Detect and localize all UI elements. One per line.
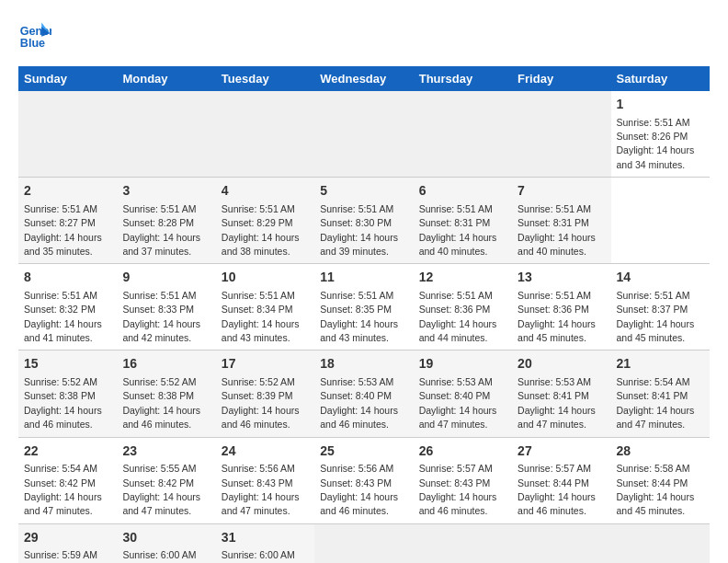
day-info: Sunrise: 5:56 AMSunset: 8:43 PMDaylight:… — [222, 463, 300, 516]
header-row: SundayMondayTuesdayWednesdayThursdayFrid… — [18, 66, 710, 91]
day-cell: 11 Sunrise: 5:51 AMSunset: 8:35 PMDaylig… — [314, 264, 413, 350]
day-info: Sunrise: 5:57 AMSunset: 8:43 PMDaylight:… — [419, 463, 497, 516]
day-cell — [414, 523, 512, 563]
day-number: 2 — [24, 182, 111, 201]
day-info: Sunrise: 5:51 AMSunset: 8:32 PMDaylight:… — [24, 290, 102, 343]
day-number: 13 — [518, 269, 605, 287]
day-cell: 25 Sunrise: 5:56 AMSunset: 8:43 PMDaylig… — [314, 437, 413, 523]
day-cell: 13 Sunrise: 5:51 AMSunset: 8:36 PMDaylig… — [512, 264, 610, 350]
day-number: 14 — [617, 269, 704, 287]
day-info: Sunrise: 5:53 AMSunset: 8:40 PMDaylight:… — [320, 376, 398, 430]
logo: General Blue — [18, 18, 51, 52]
day-number: 18 — [320, 355, 407, 373]
day-info: Sunrise: 5:53 AMSunset: 8:41 PMDaylight:… — [518, 376, 596, 430]
day-cell: 17 Sunrise: 5:52 AMSunset: 8:39 PMDaylig… — [216, 350, 314, 437]
day-cell: 15 Sunrise: 5:52 AMSunset: 8:38 PMDaylig… — [18, 350, 117, 437]
day-number: 20 — [518, 355, 605, 373]
day-number: 17 — [222, 355, 309, 373]
day-number: 16 — [122, 355, 210, 373]
day-number: 4 — [222, 182, 309, 201]
day-cell — [216, 91, 314, 178]
day-info: Sunrise: 5:51 AMSunset: 8:30 PMDaylight:… — [320, 203, 398, 257]
day-info: Sunrise: 5:59 AMSunset: 8:44 PMDaylight:… — [24, 549, 102, 563]
day-cell — [117, 91, 215, 178]
col-monday: Monday — [117, 66, 215, 91]
day-info: Sunrise: 5:54 AMSunset: 8:42 PMDaylight:… — [24, 463, 102, 516]
day-info: Sunrise: 5:51 AMSunset: 8:26 PMDaylight:… — [617, 117, 695, 170]
day-cell: 7 Sunrise: 5:51 AMSunset: 8:31 PMDayligh… — [512, 178, 610, 264]
day-info: Sunrise: 5:55 AMSunset: 8:42 PMDaylight:… — [122, 463, 200, 516]
day-number: 12 — [419, 269, 506, 287]
week-row-1: 1 Sunrise: 5:51 AMSunset: 8:26 PMDayligh… — [18, 91, 710, 178]
day-number: 7 — [518, 182, 605, 201]
page-header: General Blue — [18, 18, 710, 52]
day-cell — [314, 523, 413, 563]
day-cell: 16 Sunrise: 5:52 AMSunset: 8:38 PMDaylig… — [117, 350, 215, 437]
day-info: Sunrise: 6:00 AMSunset: 8:45 PMDaylight:… — [222, 549, 300, 563]
day-info: Sunrise: 5:51 AMSunset: 8:35 PMDaylight:… — [320, 290, 398, 343]
day-cell: 20 Sunrise: 5:53 AMSunset: 8:41 PMDaylig… — [512, 350, 610, 437]
day-info: Sunrise: 5:51 AMSunset: 8:31 PMDaylight:… — [518, 203, 596, 257]
col-saturday: Saturday — [611, 66, 710, 91]
day-number: 8 — [24, 269, 111, 287]
week-row-2: 2 Sunrise: 5:51 AMSunset: 8:27 PMDayligh… — [18, 178, 710, 264]
day-number: 6 — [419, 182, 506, 201]
day-cell: 6 Sunrise: 5:51 AMSunset: 8:31 PMDayligh… — [414, 178, 512, 264]
day-cell: 2 Sunrise: 5:51 AMSunset: 8:27 PMDayligh… — [18, 178, 117, 264]
day-info: Sunrise: 5:51 AMSunset: 8:29 PMDaylight:… — [222, 203, 300, 257]
day-cell: 23 Sunrise: 5:55 AMSunset: 8:42 PMDaylig… — [117, 437, 215, 523]
day-cell — [512, 523, 610, 563]
day-info: Sunrise: 5:53 AMSunset: 8:40 PMDaylight:… — [419, 376, 497, 430]
day-cell: 12 Sunrise: 5:51 AMSunset: 8:36 PMDaylig… — [414, 264, 512, 350]
day-number: 22 — [24, 442, 111, 461]
svg-text:Blue: Blue — [20, 37, 45, 50]
day-info: Sunrise: 5:51 AMSunset: 8:31 PMDaylight:… — [419, 203, 497, 257]
week-row-4: 15 Sunrise: 5:52 AMSunset: 8:38 PMDaylig… — [18, 350, 710, 437]
day-cell: 9 Sunrise: 5:51 AMSunset: 8:33 PMDayligh… — [117, 264, 215, 350]
day-info: Sunrise: 5:51 AMSunset: 8:34 PMDaylight:… — [222, 290, 300, 343]
day-cell — [18, 91, 117, 178]
day-cell: 8 Sunrise: 5:51 AMSunset: 8:32 PMDayligh… — [18, 264, 117, 350]
day-number: 24 — [222, 442, 309, 461]
day-cell: 22 Sunrise: 5:54 AMSunset: 8:42 PMDaylig… — [18, 437, 117, 523]
day-number: 28 — [617, 442, 704, 461]
day-cell: 1 Sunrise: 5:51 AMSunset: 8:26 PMDayligh… — [611, 91, 710, 178]
day-cell — [414, 91, 512, 178]
day-number: 27 — [518, 442, 605, 461]
day-info: Sunrise: 5:52 AMSunset: 8:38 PMDaylight:… — [24, 376, 102, 430]
day-number: 26 — [419, 442, 506, 461]
day-info: Sunrise: 5:51 AMSunset: 8:27 PMDaylight:… — [24, 203, 102, 257]
day-number: 10 — [222, 269, 309, 287]
week-row-5: 22 Sunrise: 5:54 AMSunset: 8:42 PMDaylig… — [18, 437, 710, 523]
day-info: Sunrise: 5:56 AMSunset: 8:43 PMDaylight:… — [320, 463, 398, 516]
day-number: 25 — [320, 442, 407, 461]
day-cell: 5 Sunrise: 5:51 AMSunset: 8:30 PMDayligh… — [314, 178, 413, 264]
col-sunday: Sunday — [18, 66, 117, 91]
day-number: 21 — [617, 355, 704, 373]
day-cell: 29 Sunrise: 5:59 AMSunset: 8:44 PMDaylig… — [18, 523, 117, 563]
day-number: 1 — [617, 96, 704, 114]
day-cell — [611, 523, 710, 563]
day-cell — [512, 91, 610, 178]
day-cell: 4 Sunrise: 5:51 AMSunset: 8:29 PMDayligh… — [216, 178, 314, 264]
day-cell: 30 Sunrise: 6:00 AMSunset: 8:45 PMDaylig… — [117, 523, 215, 563]
day-cell: 19 Sunrise: 5:53 AMSunset: 8:40 PMDaylig… — [414, 350, 512, 437]
day-number: 9 — [122, 269, 210, 287]
day-number: 30 — [122, 529, 210, 547]
day-number: 19 — [419, 355, 506, 373]
day-cell: 18 Sunrise: 5:53 AMSunset: 8:40 PMDaylig… — [314, 350, 413, 437]
day-number: 3 — [122, 182, 210, 201]
col-friday: Friday — [512, 66, 610, 91]
col-wednesday: Wednesday — [314, 66, 413, 91]
day-info: Sunrise: 5:52 AMSunset: 8:38 PMDaylight:… — [122, 376, 200, 430]
day-cell: 21 Sunrise: 5:54 AMSunset: 8:41 PMDaylig… — [611, 350, 710, 437]
day-info: Sunrise: 5:57 AMSunset: 8:44 PMDaylight:… — [518, 463, 596, 516]
day-number: 5 — [320, 182, 407, 201]
day-number: 23 — [122, 442, 210, 461]
col-thursday: Thursday — [414, 66, 512, 91]
week-row-6: 29 Sunrise: 5:59 AMSunset: 8:44 PMDaylig… — [18, 523, 710, 563]
day-cell: 10 Sunrise: 5:51 AMSunset: 8:34 PMDaylig… — [216, 264, 314, 350]
day-info: Sunrise: 5:58 AMSunset: 8:44 PMDaylight:… — [617, 463, 695, 516]
logo-icon: General Blue — [18, 18, 51, 52]
day-cell: 31 Sunrise: 6:00 AMSunset: 8:45 PMDaylig… — [216, 523, 314, 563]
